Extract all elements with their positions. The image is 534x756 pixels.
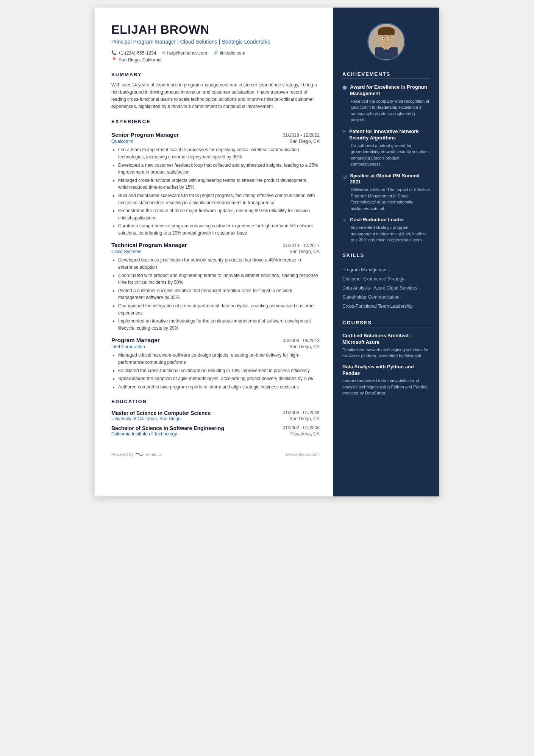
courses-title: COURSES [342, 320, 430, 327]
svg-point-10 [383, 38, 384, 39]
edu-1: Master of Science in Computer Science 01… [111, 410, 320, 421]
resume-container: ELIJAH BROWN Principal Program Manager |… [95, 8, 439, 496]
location-row: 📍 San Diego, California [111, 57, 320, 63]
location-text: San Diego, California [119, 57, 161, 63]
skill-1: Program Management · [342, 265, 430, 274]
enhancv-logo-icon [136, 452, 143, 457]
phone-number: +1-(234)-555-1234 [118, 50, 156, 56]
edu-2-header: Bachelor of Science in Software Engineer… [111, 425, 320, 431]
left-column: ELIJAH BROWN Principal Program Manager |… [95, 8, 333, 496]
footer: Powered by Enhancv www.enhancv.com [111, 448, 320, 457]
job-3-header: Program Manager 06/2008 - 06/2013 [111, 337, 320, 343]
skills-title: SKILLS [342, 252, 430, 260]
job-1-location: San Diego, CA [290, 139, 320, 144]
achievements-section: ACHIEVEMENTS ⬟ Award for Excellence in P… [342, 71, 430, 243]
skill-5: Cross-Functional Team Leadership [342, 302, 430, 311]
achievement-4-icon: ✓ [342, 217, 347, 223]
email-item: ✉ help@enhancv.com [162, 50, 207, 56]
achievement-3: ◎ Speaker at Global PM Summit 2021 Deliv… [342, 173, 430, 212]
job-2-sub: Cisco Systems San Diego, CA [111, 249, 320, 254]
link-icon: 🔗 [213, 50, 219, 55]
svg-rect-7 [378, 30, 395, 35]
edu-1-school-name: University of California, San Diego [111, 416, 181, 421]
achievement-1-icon: ⬟ [342, 85, 347, 91]
svg-point-11 [389, 38, 390, 39]
skills-list: Program Management · Customer Experience… [342, 265, 430, 311]
job-1-company: Qualcomm [111, 139, 133, 144]
achievement-3-icon: ◎ [342, 173, 347, 179]
skill-3: Data Analysis · Azure Cloud Services · [342, 283, 430, 293]
list-item: Led a team to implement scalable process… [118, 146, 320, 160]
achievement-2-desc: Co-authored a patent granted for groundb… [351, 142, 430, 167]
powered-by-text: Powered by [111, 452, 133, 457]
experience-title: EXPERIENCE [111, 119, 320, 126]
edu-2-degree: Bachelor of Science in Software Engineer… [111, 425, 224, 431]
edu-2-location: Pasadena, CA [290, 431, 320, 437]
experience-section: EXPERIENCE Senior Program Manager 01/201… [111, 119, 320, 390]
job-1-title: Senior Program Manager [111, 131, 179, 138]
course-1: Certified Solutions Architect – Microsof… [342, 333, 430, 359]
achievement-2-header: ✂ Patent for Innovative Network Security… [342, 128, 430, 141]
list-item: Orchestrated the release of three major … [118, 207, 320, 221]
achievement-2-icon: ✂ [342, 129, 346, 134]
achievement-4-title: Cost-Reduction Leader [350, 217, 404, 223]
linkedin-url: linkedin.com [220, 50, 245, 56]
job-1-bullets: Led a team to implement scalable process… [111, 146, 320, 236]
footer-website: www.enhancv.com [285, 452, 320, 457]
edu-2: Bachelor of Science in Software Engineer… [111, 425, 320, 437]
list-item: Piloted a customer success initiative th… [118, 287, 320, 301]
edu-1-school: University of California, San Diego San … [111, 416, 320, 421]
list-item: Managed critical hardware-software co-de… [118, 352, 320, 366]
job-2-header: Technical Program Manager 07/2013 - 12/2… [111, 242, 320, 248]
edu-1-header: Master of Science in Computer Science 01… [111, 410, 320, 416]
job-3-bullets: Managed critical hardware-software co-de… [111, 352, 320, 390]
job-2-company: Cisco Systems [111, 249, 141, 254]
achievement-1-header: ⬟ Award for Excellence in Program Manage… [342, 84, 430, 97]
job-2-bullets: Developed business justification for net… [111, 257, 320, 332]
job-3-location: San Diego, CA [290, 344, 320, 349]
phone-item: 📞 +1-(234)-555-1234 [111, 50, 156, 56]
education-section: EDUCATION Master of Science in Computer … [111, 399, 320, 437]
candidate-name: ELIJAH BROWN [111, 23, 320, 37]
job-3-sub: Intel Corporation San Diego, CA [111, 344, 320, 349]
education-title: EDUCATION [111, 399, 320, 406]
achievement-3-desc: Delivered a talk on 'The Impact of Effec… [351, 186, 430, 211]
email-address: help@enhancv.com [167, 50, 207, 56]
achievement-4: ✓ Cost-Reduction Leader Implemented stra… [342, 217, 430, 243]
achievement-3-title: Speaker at Global PM Summit 2021 [350, 173, 430, 186]
footer-brand: Powered by Enhancv [111, 452, 162, 457]
course-2-desc: Learned advanced data manipulation and a… [342, 377, 430, 396]
job-3-date: 06/2008 - 06/2013 [283, 338, 320, 343]
job-2-location: San Diego, CA [290, 249, 320, 254]
courses-section: COURSES Certified Solutions Architect – … [342, 320, 430, 396]
achievement-1-title: Award for Excellence in Program Manageme… [350, 84, 430, 97]
email-icon: ✉ [162, 50, 166, 55]
avatar-illustration [369, 25, 403, 59]
list-item: Facilitated the cross-functional collabo… [118, 367, 320, 374]
job-1-sub: Qualcomm San Diego, CA [111, 139, 320, 144]
achievement-1: ⬟ Award for Excellence in Program Manage… [342, 84, 430, 123]
candidate-title: Principal Program Manager | Cloud Soluti… [111, 38, 320, 46]
course-2-title: Data Analysis with Python and Pandas [342, 364, 430, 377]
job-2-title: Technical Program Manager [111, 242, 187, 248]
achievement-4-desc: Implemented strategic program management… [351, 224, 430, 243]
job-1-header: Senior Program Manager 01/2018 - 12/2022 [111, 131, 320, 138]
achievements-title: ACHIEVEMENTS [342, 71, 430, 79]
list-item: Coordinated with product and engineering… [118, 272, 320, 286]
course-1-title: Certified Solutions Architect – Microsof… [342, 333, 430, 346]
avatar-container [342, 23, 430, 61]
edu-1-location: San Diego, CA [290, 416, 320, 421]
avatar [367, 23, 405, 61]
list-item: Championed the integration of cross-depa… [118, 302, 320, 316]
list-item: Managed cross-functional projects with e… [118, 177, 320, 191]
right-column: ACHIEVEMENTS ⬟ Award for Excellence in P… [333, 8, 439, 496]
achievement-1-desc: Received the company-wide recognition at… [351, 98, 430, 123]
linkedin-item: 🔗 linkedin.com [213, 50, 245, 56]
achievement-4-header: ✓ Cost-Reduction Leader [342, 217, 430, 223]
brand-name: Enhancv [145, 452, 162, 457]
job-3-title: Program Manager [111, 337, 160, 343]
job-1-date: 01/2018 - 12/2022 [283, 133, 320, 138]
list-item: Developed a new customer feedback loop t… [118, 162, 320, 176]
summary-title: SUMMARY [111, 72, 320, 79]
edu-1-degree: Master of Science in Computer Science [111, 410, 211, 416]
